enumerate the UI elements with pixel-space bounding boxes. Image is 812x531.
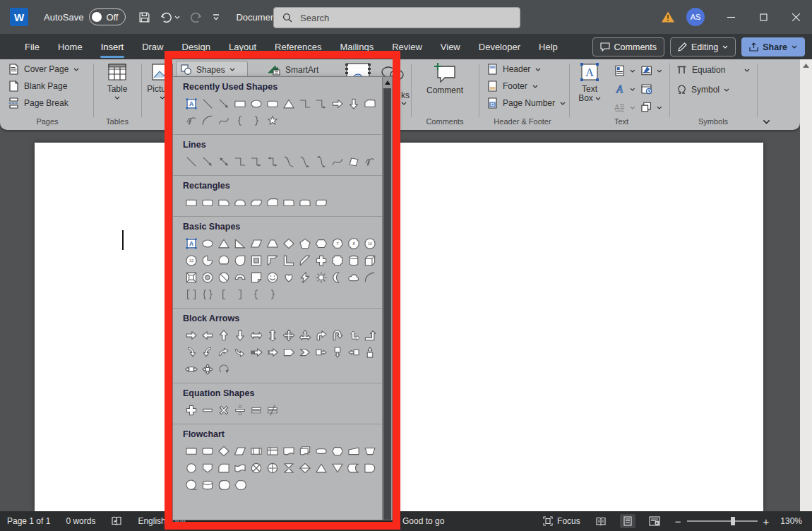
shape-chevron-arrow[interactable] bbox=[297, 344, 313, 361]
quick-access-customize-icon[interactable] bbox=[212, 13, 220, 20]
search-input[interactable] bbox=[299, 12, 485, 24]
undo-button[interactable] bbox=[160, 11, 180, 23]
tab-file[interactable]: File bbox=[16, 34, 49, 59]
shape-arrow-down[interactable] bbox=[232, 327, 248, 344]
shape-or[interactable] bbox=[264, 460, 280, 477]
shape-magnetic-disk[interactable] bbox=[199, 477, 215, 494]
shape-frame[interactable] bbox=[248, 252, 264, 269]
shape-notched-right-arrow[interactable] bbox=[264, 344, 280, 361]
shape-line[interactable] bbox=[183, 153, 199, 170]
shape-folded-corner[interactable] bbox=[248, 269, 264, 286]
shape-off-page-connector[interactable] bbox=[199, 460, 215, 477]
shape-bent-arrow[interactable] bbox=[313, 327, 329, 344]
zoom-slider[interactable] bbox=[687, 520, 758, 522]
shape-parallelogram[interactable] bbox=[248, 235, 264, 252]
shape-decision[interactable] bbox=[215, 443, 232, 460]
shape-arrow-right[interactable] bbox=[329, 95, 345, 112]
read-mode-button[interactable] bbox=[592, 515, 610, 528]
shape-curved-arrow-connector[interactable] bbox=[297, 153, 313, 170]
shape-scribble[interactable] bbox=[362, 153, 378, 170]
shape-block-arc[interactable] bbox=[232, 269, 248, 286]
shape-diamond[interactable] bbox=[280, 235, 297, 252]
shape-elbow-connector[interactable] bbox=[232, 153, 248, 170]
shape-rectangle[interactable] bbox=[183, 194, 199, 211]
date-time-button[interactable] bbox=[638, 80, 665, 97]
shape-heart[interactable] bbox=[280, 269, 297, 286]
shape-round-same-side-corner[interactable] bbox=[297, 194, 313, 211]
document-page[interactable] bbox=[35, 143, 763, 511]
tab-draw[interactable]: Draw bbox=[133, 34, 172, 59]
shape-manual-input[interactable] bbox=[345, 443, 362, 460]
shape-curved-double-arrow-connector[interactable] bbox=[313, 153, 329, 170]
shape-arrow-down[interactable] bbox=[345, 95, 362, 112]
tab-insert[interactable]: Insert bbox=[92, 34, 133, 59]
shape-isosceles-triangle[interactable] bbox=[280, 95, 297, 112]
shape-left-brace[interactable] bbox=[232, 112, 248, 129]
shape-display[interactable] bbox=[232, 477, 248, 494]
shape-elbow-arrow-connector[interactable] bbox=[313, 95, 329, 112]
shape-terminator[interactable] bbox=[313, 443, 329, 460]
redo-button[interactable] bbox=[190, 11, 202, 23]
shape-not-equal[interactable] bbox=[264, 402, 280, 419]
drop-cap-button[interactable]: A bbox=[611, 99, 638, 116]
web-layout-button[interactable] bbox=[645, 514, 664, 528]
shape-multidocument[interactable] bbox=[297, 443, 313, 460]
scrollbar-thumb[interactable] bbox=[383, 88, 391, 520]
shape-left-up-arrow[interactable] bbox=[345, 327, 362, 344]
tab-mailings[interactable]: Mailings bbox=[331, 34, 383, 59]
smartart-button[interactable]: SmartArt bbox=[267, 64, 318, 76]
shape-snip-and-round-single-corner[interactable] bbox=[264, 194, 280, 211]
shape-left-right-arrow-callout[interactable] bbox=[183, 361, 199, 378]
shape-chord[interactable] bbox=[215, 252, 232, 269]
shape-text-box[interactable]: A bbox=[183, 235, 199, 252]
shape-manual-operation[interactable] bbox=[362, 443, 378, 460]
shape-right-bracket[interactable] bbox=[232, 286, 248, 303]
tab-home[interactable]: Home bbox=[49, 34, 92, 59]
collapse-ribbon-icon[interactable] bbox=[763, 119, 770, 124]
shape-oval[interactable] bbox=[199, 235, 215, 252]
wordart-button[interactable]: A bbox=[611, 80, 638, 97]
shape-moon[interactable] bbox=[329, 269, 345, 286]
shape-collate[interactable] bbox=[280, 460, 297, 477]
shape-multiplication[interactable] bbox=[215, 402, 232, 419]
shape-bevel[interactable] bbox=[183, 269, 199, 286]
shape-freeform[interactable] bbox=[345, 153, 362, 170]
shape-pie[interactable] bbox=[199, 252, 215, 269]
zoom-in-button[interactable]: + bbox=[763, 515, 770, 527]
shape-hexagon[interactable] bbox=[313, 235, 329, 252]
word-count[interactable]: 0 words bbox=[66, 516, 95, 526]
links-button-partial[interactable]: ks bbox=[401, 90, 410, 105]
page-indicator[interactable]: Page 1 of 1 bbox=[7, 516, 50, 526]
shape-delay[interactable] bbox=[362, 460, 378, 477]
zoom-out-button[interactable]: − bbox=[675, 515, 681, 527]
shape-elbow-double-arrow-connector[interactable] bbox=[264, 153, 280, 170]
scrollbar-up-icon[interactable] bbox=[383, 77, 392, 88]
shape-line[interactable] bbox=[199, 95, 215, 112]
shape-rectangle[interactable] bbox=[232, 95, 248, 112]
pages-blank-page-button[interactable]: Blank Page bbox=[6, 78, 82, 95]
shape-snip-same-side-corner[interactable] bbox=[232, 194, 248, 211]
tab-design[interactable]: Design bbox=[173, 34, 220, 59]
shape-sun[interactable] bbox=[313, 269, 329, 286]
shape-plaque[interactable] bbox=[329, 252, 345, 269]
hf-footer-button[interactable]: Footer bbox=[484, 78, 568, 95]
zoom-slider-thumb[interactable] bbox=[731, 517, 735, 525]
equation-button[interactable]: Equation bbox=[676, 65, 750, 75]
shape-heptagon[interactable]: 7 bbox=[329, 235, 345, 252]
shape-connector[interactable] bbox=[183, 460, 199, 477]
shape-double-brace[interactable] bbox=[199, 286, 215, 303]
focus-button[interactable]: Focus bbox=[543, 516, 580, 526]
minimize-button[interactable] bbox=[715, 0, 747, 34]
pages-page-break-button[interactable]: Page Break bbox=[6, 95, 82, 112]
shape-elbow-connector[interactable] bbox=[297, 95, 313, 112]
shape-predefined-process[interactable] bbox=[248, 443, 264, 460]
tab-references[interactable]: References bbox=[265, 34, 330, 59]
proofing-icon[interactable] bbox=[111, 516, 122, 526]
editing-button[interactable]: Editing bbox=[670, 37, 736, 56]
shape-division[interactable] bbox=[232, 402, 248, 419]
shape-line-arrow[interactable] bbox=[215, 95, 232, 112]
symbol-button[interactable]: Symbol bbox=[676, 85, 729, 95]
shape-right-brace[interactable] bbox=[248, 112, 264, 129]
shape-left-bracket[interactable] bbox=[215, 286, 232, 303]
avatar[interactable]: AS bbox=[686, 8, 705, 26]
